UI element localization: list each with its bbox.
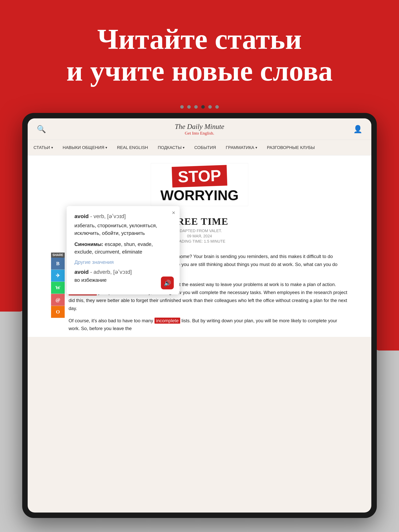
nav-podcasts-label: ПОДКАСТЫ xyxy=(158,145,182,150)
nav-events-label: СОБЫТИЯ xyxy=(194,145,216,150)
title-area: Читайте статьи и учите новые слова xyxy=(0,23,399,87)
nav-skills-label: НАВЫКИ ОБЩЕНИЯ xyxy=(63,145,104,150)
dict-other-meanings-link[interactable]: Другие значения xyxy=(74,259,172,265)
dict-word2: avoid xyxy=(74,269,89,275)
title-line1: Читайте статьи xyxy=(0,23,399,55)
site-header: 🔍 The Daily Minute Get Into English. 👤 xyxy=(28,118,371,140)
share-telegram-button[interactable]: ✈ xyxy=(51,270,65,282)
share-sidebar: SHARE В ✈ W @ xyxy=(51,253,65,337)
dot-2 xyxy=(187,105,191,109)
dot-5 xyxy=(208,105,212,109)
nav-podcasts-arrow: ▾ xyxy=(183,146,185,150)
dict-translation: избегать, сторониться, уклоняться, исклю… xyxy=(74,222,172,237)
tablet-device: 🔍 The Daily Minute Get Into English. 👤 С… xyxy=(22,113,377,518)
ok-icon: О xyxy=(56,309,60,315)
audio-icon: 🔊 xyxy=(164,280,171,286)
stop-worrying-image: STOP WORRYING xyxy=(151,163,248,206)
dict-word2-header: avoid - adverb, [əˈvɔɪd] xyxy=(74,269,172,275)
dict-word: avoid xyxy=(74,213,89,219)
nav-podcasts[interactable]: ПОДКАСТЫ ▾ xyxy=(158,145,185,150)
logo-sub-text: Get Into English. xyxy=(185,131,214,136)
audio-button[interactable]: 🔊 xyxy=(161,277,174,289)
nav-grammar[interactable]: ГРАММАТИКА ▾ xyxy=(226,145,257,150)
worrying-text: WORRYING xyxy=(160,187,238,203)
nav-clubs-label: РАЗГОВОРНЫЕ КЛУБЫ xyxy=(267,145,315,150)
search-button[interactable]: 🔍 xyxy=(33,121,49,137)
dot-6 xyxy=(215,105,219,109)
nav-grammar-arrow: ▾ xyxy=(255,146,257,150)
left-red-decoration xyxy=(0,175,25,311)
share-email-button[interactable]: @ xyxy=(51,294,65,306)
nav-articles-arrow: ▾ xyxy=(51,146,53,150)
nav-grammar-label: ГРАММАТИКА xyxy=(226,145,254,150)
nav-events[interactable]: СОБЫТИЯ xyxy=(194,145,216,150)
dict-pos2-phonetic: - adverb, [əˈvɔɪd] xyxy=(90,269,132,275)
nav-real-english[interactable]: REAL ENGLISH xyxy=(117,145,148,150)
nav-skills[interactable]: НАВЫКИ ОБЩЕНИЯ ▾ xyxy=(63,145,107,150)
vk-icon: В xyxy=(56,261,59,266)
article-paragraph-3: Of course, it's also bad to have too man… xyxy=(69,317,348,333)
logo-main-text: The Daily Minute xyxy=(175,122,224,131)
telegram-icon: ✈ xyxy=(56,273,60,279)
nav-articles-label: СТАТЬИ xyxy=(33,145,50,150)
dict-pos-phonetic: - verb, [əˈvɔɪd] xyxy=(90,213,126,219)
dict-synonyms-label: Синонимы: xyxy=(74,241,105,247)
tablet-frame: 🔍 The Daily Minute Get Into English. 👤 С… xyxy=(22,113,377,518)
site-navigation: СТАТЬИ ▾ НАВЫКИ ОБЩЕНИЯ ▾ REAL ENGLISH П… xyxy=(28,140,371,155)
dot-1 xyxy=(180,105,184,109)
share-label: SHARE xyxy=(51,253,65,258)
article-image-area: STOP WORRYING xyxy=(28,155,371,210)
dict-word-header: avoid - verb, [əˈvɔɪd] xyxy=(74,213,172,219)
highlight-incomplete: incomplete xyxy=(154,318,180,324)
right-red-decoration xyxy=(374,175,399,350)
whatsapp-icon: W xyxy=(55,285,60,291)
nav-skills-arrow: ▾ xyxy=(105,146,107,150)
dot-3 xyxy=(194,105,198,109)
share-vk-button[interactable]: В xyxy=(51,258,65,270)
dict-translation2: во избежание xyxy=(74,277,172,283)
close-button[interactable]: × xyxy=(172,209,175,216)
stop-text: STOP xyxy=(172,165,227,188)
nav-articles[interactable]: СТАТЬИ ▾ xyxy=(33,145,53,150)
share-whatsapp-button[interactable]: W xyxy=(51,282,65,294)
page-indicator xyxy=(180,105,219,109)
nav-real-english-label: REAL ENGLISH xyxy=(117,145,148,150)
nav-clubs[interactable]: РАЗГОВОРНЫЕ КЛУБЫ xyxy=(267,145,315,150)
tablet-screen: 🔍 The Daily Minute Get Into English. 👤 С… xyxy=(28,118,371,513)
title-line2: и учите новые слова xyxy=(0,55,399,87)
share-odnoklassniki-button[interactable]: О xyxy=(51,306,65,318)
dict-synonyms: Синонимы: escape, shun, evade, exclude, … xyxy=(74,241,172,256)
account-button[interactable]: 👤 xyxy=(350,121,366,137)
email-icon: @ xyxy=(56,297,60,303)
dot-4 xyxy=(201,105,205,109)
dictionary-popup: × avoid - verb, [əˈvɔɪd] избегать, сторо… xyxy=(67,206,180,294)
site-logo: The Daily Minute Get Into English. xyxy=(49,122,350,136)
